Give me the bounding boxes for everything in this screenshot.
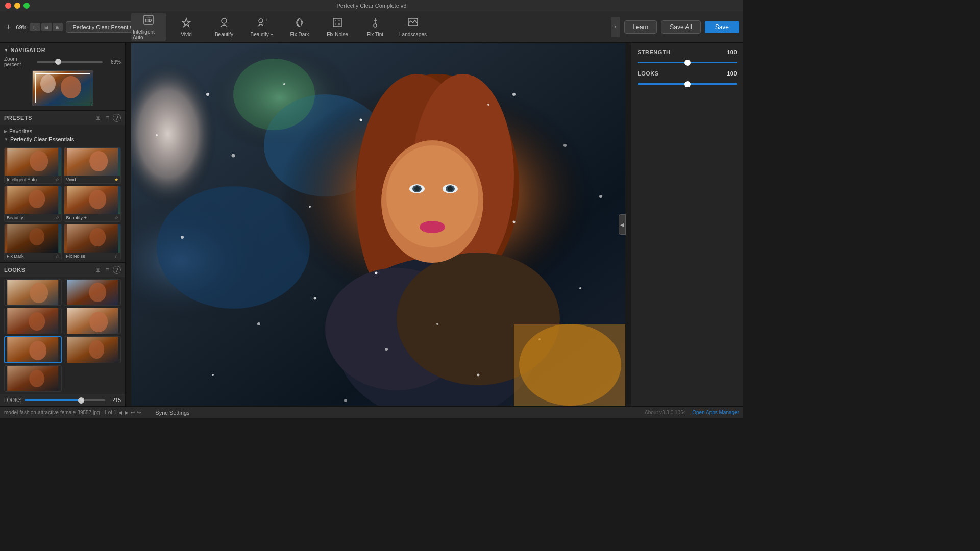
preset-fix-dark-star[interactable]: ☆ (55, 254, 59, 259)
svg-rect-9 (338, 23, 340, 25)
strength-label: STRENGTH (638, 49, 671, 55)
svg-point-65 (283, 83, 285, 85)
page-prev-btn[interactable]: ◀ (118, 410, 122, 415)
preset-beautify-star[interactable]: ☆ (55, 215, 59, 220)
presets-help[interactable]: ? (113, 114, 121, 122)
preset-intelligent-auto-star[interactable]: ☆ (55, 177, 59, 182)
page-end-btn[interactable]: ↪ (137, 410, 141, 415)
looks-grid-view[interactable]: ⊞ (94, 266, 102, 274)
presets-grid: Intelligent Auto ☆ Vivid (0, 145, 125, 262)
close-button[interactable] (5, 3, 11, 9)
looks-slider-label: LOOKS (4, 397, 21, 403)
look-pop-film[interactable]: Pop Film ★ (4, 336, 62, 364)
canvas-collapse-left[interactable]: ◀ (619, 214, 626, 235)
left-panel: ▼ NAVIGATOR Zoom percent 69% (0, 43, 126, 406)
expand-button[interactable]: › (611, 17, 620, 37)
svg-point-10 (374, 24, 377, 27)
svg-point-66 (360, 119, 362, 121)
strength-slider[interactable] (638, 62, 737, 63)
preset-fix-dark-name: Fix Dark (7, 254, 24, 259)
look-light-film-thumb (64, 308, 121, 334)
look-double-dip[interactable]: Double Dip ☆ (4, 308, 62, 334)
tool-beautify-plus[interactable]: + Beautify + (244, 13, 280, 41)
preset-fix-dark[interactable]: Fix Dark ☆ (4, 224, 62, 260)
tool-beautify[interactable]: Beautify (206, 13, 242, 41)
preset-beautify-name: Beautify (7, 215, 23, 220)
tool-intelligent-auto[interactable]: HD Intelligent Auto (131, 13, 166, 41)
tool-vivid[interactable]: Vivid (168, 13, 204, 41)
view-split[interactable]: ⊟ (41, 23, 52, 31)
svg-point-64 (206, 93, 209, 96)
preset-beautify-name-row: Beautify ☆ (5, 214, 61, 221)
svg-point-73 (564, 144, 567, 147)
svg-point-20 (29, 190, 45, 208)
presets-grid-view[interactable]: ⊞ (94, 114, 102, 122)
svg-point-85 (512, 93, 516, 96)
look-simple-film[interactable]: Simple Film ☆ (64, 336, 121, 364)
tool-landscapes[interactable]: Landscapes (395, 13, 431, 41)
look-extra[interactable]: ☆ (4, 365, 62, 392)
canvas-container[interactable]: ◀ (126, 43, 631, 406)
open-apps-button[interactable]: Open Apps Manager (692, 410, 739, 415)
svg-point-2 (222, 18, 227, 23)
preset-vivid-name-row: Vivid ★ (64, 176, 121, 183)
svg-point-71 (257, 322, 260, 325)
look-blue-pop-film[interactable]: Blue Pop Film ☆ (64, 279, 121, 306)
navigator-title: NAVIGATOR (10, 47, 45, 53)
svg-point-87 (519, 324, 621, 406)
sync-settings-button[interactable]: Sync Settings (155, 410, 189, 416)
preset-beautify-plus[interactable]: Beautify + ☆ (64, 186, 121, 222)
minimize-button[interactable] (14, 3, 20, 9)
looks-slider[interactable] (24, 399, 105, 401)
svg-point-16 (30, 151, 48, 171)
maximize-button[interactable] (23, 3, 30, 9)
preset-beautify[interactable]: Beautify ☆ (4, 186, 62, 222)
essentials-chevron: ▼ (4, 137, 8, 142)
presets-group-favorites[interactable]: ▶ Favorites (4, 127, 121, 135)
svg-point-22 (89, 190, 106, 209)
preset-intelligent-auto-name: Intelligent Auto (7, 177, 37, 182)
preset-vivid-thumb (64, 148, 121, 176)
tool-fix-dark[interactable]: Fix Dark (282, 13, 317, 41)
view-single[interactable]: ▢ (30, 23, 40, 31)
zoom-slider[interactable] (37, 61, 103, 63)
presets-controls: ⊞ ≡ ? (94, 114, 121, 122)
preset-intelligent-auto[interactable]: Intelligent Auto ☆ (4, 147, 62, 184)
looks-help[interactable]: ? (113, 266, 121, 274)
looks-grid: Bleached Film ☆ Blue Pop Film (0, 277, 125, 394)
preset-vivid-star[interactable]: ★ (114, 177, 118, 182)
svg-point-67 (232, 154, 235, 158)
preset-fix-noise-name-row: Fix Noise ☆ (64, 253, 121, 260)
page-next-btn[interactable]: ▶ (125, 410, 129, 415)
navigator-chevron: ▼ (4, 48, 8, 53)
learn-button[interactable]: Learn (624, 20, 657, 34)
page-first-btn[interactable]: ↩ (131, 410, 135, 415)
tool-fix-tint[interactable]: Fix Tint (357, 13, 393, 41)
looks-label-row: LOOKS 100 (638, 70, 737, 77)
preset-fix-noise-star[interactable]: ☆ (114, 254, 118, 259)
look-light-film[interactable]: Light Film ☆ (64, 308, 121, 334)
looks-amount-slider[interactable] (638, 83, 737, 85)
preset-beautify-plus-star[interactable]: ☆ (114, 215, 118, 220)
preset-intelligent-auto-name-row: Intelligent Auto ☆ (5, 176, 61, 183)
looks-list-view[interactable]: ≡ (104, 266, 111, 274)
favorites-chevron: ▶ (4, 129, 7, 134)
preset-vivid[interactable]: Vivid ★ (64, 147, 121, 184)
svg-point-70 (375, 272, 378, 274)
presets-group-essentials[interactable]: ▼ Perfectly Clear Essentials (4, 135, 121, 143)
page-count: 1 of 1 (104, 410, 116, 415)
svg-point-78 (344, 399, 347, 402)
svg-rect-7 (338, 20, 340, 21)
bottombar: model-fashion-attractive-female-39557.jp… (0, 406, 743, 418)
svg-point-40 (29, 370, 44, 387)
look-bleached-film[interactable]: Bleached Film ☆ (4, 279, 62, 306)
presets-list-view[interactable]: ≡ (104, 114, 111, 122)
tool-fix-noise[interactable]: Fix Noise (320, 13, 355, 41)
save-button[interactable]: Save (705, 21, 739, 33)
save-all-button[interactable]: Save All (661, 20, 700, 34)
preset-fix-noise[interactable]: Fix Noise ☆ (64, 224, 121, 260)
view-grid[interactable]: ⊞ (53, 23, 63, 31)
add-button[interactable]: + (4, 22, 13, 32)
svg-rect-8 (335, 23, 336, 25)
svg-rect-6 (335, 20, 336, 21)
